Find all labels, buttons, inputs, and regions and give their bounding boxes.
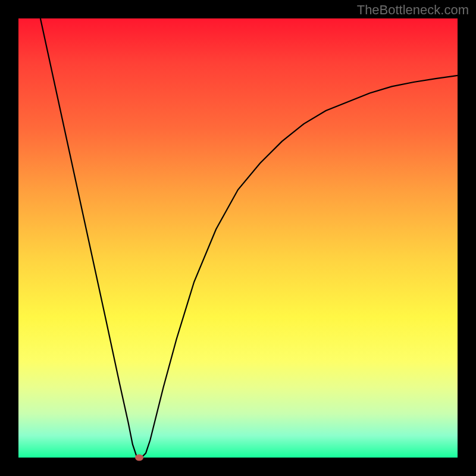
watermark-text: TheBottleneck.com bbox=[357, 2, 469, 18]
chart-container: TheBottleneck.com bbox=[0, 0, 476, 476]
min-marker bbox=[135, 455, 143, 461]
curve-svg bbox=[18, 18, 458, 458]
bottleneck-curve bbox=[40, 18, 458, 458]
plot-area bbox=[18, 18, 458, 458]
